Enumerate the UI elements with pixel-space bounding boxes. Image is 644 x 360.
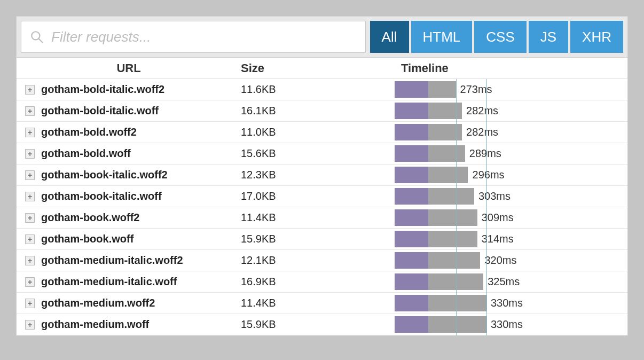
request-url: gotham-medium.woff: [41, 318, 149, 331]
duration-label: 325ms: [488, 271, 520, 292]
table-row: +gotham-medium-italic.woff212.1KB320ms: [17, 250, 627, 271]
cell-timeline: 289ms: [321, 143, 627, 164]
table-row: +gotham-medium.woff15.9KB330ms: [17, 314, 627, 335]
timing-bar: [395, 273, 483, 290]
filter-tab-css[interactable]: CSS: [474, 21, 526, 53]
cell-timeline: 282ms: [321, 100, 627, 121]
cell-timeline: 309ms: [321, 207, 627, 228]
cell-url: +gotham-book.woff2: [17, 212, 241, 224]
cell-url: +gotham-medium-italic.woff: [17, 276, 241, 288]
cell-size: 11.4KB: [241, 297, 321, 309]
expand-toggle[interactable]: +: [25, 299, 35, 308]
cell-url: +gotham-bold.woff: [17, 147, 241, 160]
expand-toggle[interactable]: +: [25, 320, 35, 330]
svg-line-1: [38, 38, 43, 43]
duration-label: 282ms: [466, 122, 498, 143]
timing-bar: [395, 145, 465, 162]
grid-body: +gotham-bold-italic.woff211.6KB273ms+got…: [17, 79, 627, 335]
duration-label: 303ms: [478, 186, 511, 207]
col-header-url: URL: [17, 61, 241, 75]
table-row: +gotham-book-italic.woff17.0KB303ms: [17, 186, 627, 207]
timing-bar: [395, 103, 462, 119]
duration-label: 273ms: [460, 79, 492, 100]
request-url: gotham-medium.woff2: [41, 297, 155, 309]
request-url: gotham-book-italic.woff: [41, 190, 162, 202]
table-row: +gotham-bold-italic.woff16.1KB282ms: [17, 100, 627, 122]
search-field-wrap[interactable]: [21, 21, 366, 53]
duration-label: 330ms: [491, 314, 523, 335]
cell-size: 11.4KB: [241, 212, 321, 224]
timing-bar: [395, 252, 481, 269]
cell-size: 17.0KB: [241, 190, 321, 202]
table-row: +gotham-book.woff15.9KB314ms: [17, 229, 627, 250]
network-panel: AllHTMLCSSJSXHR URL Size Timeline +gotha…: [16, 16, 628, 336]
request-url: gotham-book.woff2: [41, 212, 139, 224]
request-url: gotham-bold-italic.woff: [41, 105, 159, 117]
cell-timeline: 296ms: [321, 165, 627, 185]
timing-bar: [395, 124, 462, 140]
expand-toggle[interactable]: +: [25, 85, 35, 95]
duration-label: 330ms: [491, 293, 523, 314]
cell-url: +gotham-bold-italic.woff2: [17, 83, 241, 96]
request-url: gotham-bold.woff2: [41, 126, 137, 138]
request-url: gotham-medium-italic.woff: [41, 276, 177, 288]
table-row: +gotham-bold.woff211.0KB282ms: [17, 122, 627, 143]
table-row: +gotham-medium-italic.woff16.9KB325ms: [17, 271, 627, 293]
expand-toggle[interactable]: +: [25, 234, 35, 244]
filter-tabs: AllHTMLCSSJSXHR: [370, 21, 623, 53]
expand-toggle[interactable]: +: [25, 149, 35, 159]
duration-label: 309ms: [482, 207, 514, 228]
svg-point-0: [32, 32, 40, 40]
cell-size: 11.6KB: [241, 83, 321, 96]
cell-size: 15.6KB: [241, 147, 321, 160]
timing-bar: [395, 209, 477, 226]
cell-timeline: 330ms: [321, 293, 627, 314]
cell-timeline: 282ms: [321, 122, 627, 143]
cell-url: +gotham-medium-italic.woff2: [17, 254, 241, 267]
cell-timeline: 303ms: [321, 186, 627, 207]
expand-toggle[interactable]: +: [25, 192, 35, 201]
cell-url: +gotham-bold.woff2: [17, 126, 241, 138]
timing-bar: [395, 231, 477, 247]
filter-tab-xhr[interactable]: XHR: [570, 21, 623, 53]
cell-size: 11.0KB: [241, 126, 321, 138]
filter-input[interactable]: [51, 29, 357, 45]
expand-toggle[interactable]: +: [25, 106, 35, 116]
cell-timeline: 330ms: [321, 314, 627, 335]
timing-bar: [395, 167, 468, 183]
expand-toggle[interactable]: +: [25, 170, 35, 180]
duration-label: 320ms: [484, 250, 516, 271]
cell-timeline: 325ms: [321, 271, 627, 292]
duration-label: 282ms: [466, 100, 498, 121]
filter-tab-html[interactable]: HTML: [411, 21, 473, 53]
expand-toggle[interactable]: +: [25, 213, 35, 223]
timing-bar: [395, 295, 486, 311]
request-url: gotham-book-italic.woff2: [41, 169, 168, 181]
expand-toggle[interactable]: +: [25, 128, 35, 137]
expand-toggle[interactable]: +: [25, 256, 35, 265]
cell-url: +gotham-bold-italic.woff: [17, 105, 241, 117]
filter-tab-js[interactable]: JS: [529, 21, 568, 53]
cell-size: 15.9KB: [241, 233, 321, 245]
duration-label: 289ms: [469, 143, 501, 164]
cell-url: +gotham-book-italic.woff2: [17, 169, 241, 181]
cell-size: 16.9KB: [241, 276, 321, 288]
col-header-size: Size: [241, 61, 321, 75]
filter-tab-all[interactable]: All: [370, 21, 409, 53]
cell-size: 16.1KB: [241, 105, 321, 117]
request-grid: URL Size Timeline +gotham-bold-italic.wo…: [17, 58, 627, 335]
timing-bar: [395, 81, 456, 98]
duration-label: 314ms: [482, 229, 514, 249]
search-icon: [30, 30, 44, 44]
expand-toggle[interactable]: +: [25, 277, 35, 287]
table-row: +gotham-bold-italic.woff211.6KB273ms: [17, 79, 627, 100]
cell-timeline: 273ms: [321, 79, 627, 100]
toolbar: AllHTMLCSSJSXHR: [17, 17, 627, 58]
cell-size: 12.1KB: [241, 254, 321, 267]
cell-size: 15.9KB: [241, 318, 321, 331]
cell-timeline: 320ms: [321, 250, 627, 271]
cell-size: 12.3KB: [241, 169, 321, 181]
cell-url: +gotham-book-italic.woff: [17, 190, 241, 202]
cell-url: +gotham-book.woff: [17, 233, 241, 245]
request-url: gotham-medium-italic.woff2: [41, 254, 183, 267]
